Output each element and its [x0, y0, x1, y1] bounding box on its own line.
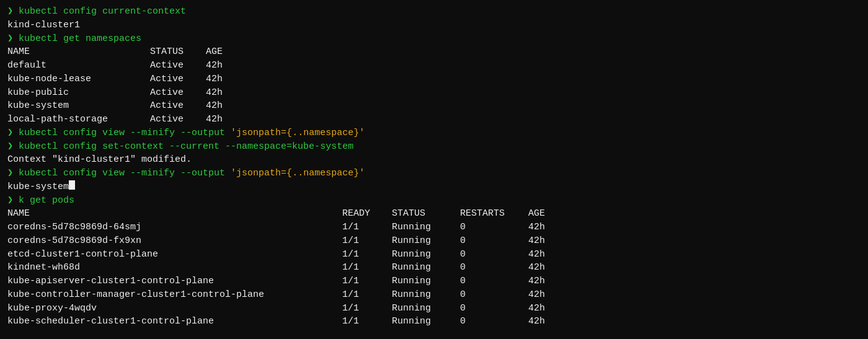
command-text: k get pods — [19, 194, 74, 208]
terminal-line: coredns-5d78c9869d-64smj1/1Running042h — [7, 221, 861, 234]
pod-age: 42h — [528, 221, 545, 234]
pod-name: kube-proxy-4wqdv — [7, 302, 342, 315]
pod-ready: 1/1 — [342, 288, 392, 302]
ns-name: kube-system — [7, 99, 150, 113]
pod-name: coredns-5d78c9869d-64smj — [7, 221, 342, 234]
command-text: kubectl config current-context — [19, 5, 186, 19]
pod-status: Running — [392, 302, 460, 315]
pod-col-age: AGE — [528, 207, 545, 221]
prompt-symbol: ❯ — [7, 5, 19, 19]
command-text: 'jsonpath={..namespace}' — [231, 126, 365, 140]
terminal-line: kube-controller-manager-cluster1-control… — [7, 288, 861, 302]
pod-restarts: 0 — [460, 315, 528, 328]
terminal-line: NAMESTATUSAGE — [7, 45, 861, 59]
prompt-symbol: ❯ — [7, 167, 19, 180]
pod-age: 42h — [528, 248, 545, 262]
ns-status: Active — [150, 73, 206, 86]
output-text: kind-cluster1 — [7, 19, 80, 32]
ns-age: 42h — [206, 99, 243, 113]
prompt-symbol: ❯ — [7, 140, 19, 154]
pod-restarts: 0 — [460, 261, 528, 275]
terminal-line: ❯ kubectl get namespaces — [7, 32, 861, 46]
terminal-line: kube-node-leaseActive42h — [7, 73, 861, 86]
pod-name: kube-apiserver-cluster1-control-plane — [7, 275, 342, 288]
pod-age: 42h — [528, 315, 545, 328]
prompt-symbol: ❯ — [7, 32, 19, 46]
terminal-line: kube-systemActive42h — [7, 99, 861, 113]
pod-col-ready: READY — [342, 207, 392, 221]
ns-name: default — [7, 59, 150, 73]
pod-age: 42h — [528, 261, 545, 275]
pod-name: kindnet-wh68d — [7, 261, 342, 275]
terminal-line: local-path-storageActive42h — [7, 113, 861, 126]
pod-ready: 1/1 — [342, 221, 392, 234]
ns-status: Active — [150, 86, 206, 100]
terminal-line: kube-proxy-4wqdv1/1Running042h — [7, 302, 861, 315]
command-text: kubectl config set-context --current --n… — [19, 140, 353, 154]
terminal-line: kube-publicActive42h — [7, 86, 861, 100]
pod-restarts: 0 — [460, 221, 528, 234]
prompt-symbol: ❯ — [7, 194, 19, 208]
pod-name: coredns-5d78c9869d-fx9xn — [7, 234, 342, 248]
terminal-line: ❯ k get pods — [7, 194, 861, 208]
pod-restarts: 0 — [460, 234, 528, 248]
ns-age: 42h — [206, 86, 243, 100]
pod-status: Running — [392, 261, 460, 275]
ns-name: kube-public — [7, 86, 150, 100]
command-text: 'jsonpath={..namespace}' — [231, 167, 365, 180]
pod-col-restarts: RESTARTS — [460, 207, 528, 221]
terminal-line: etcd-cluster1-control-plane1/1Running042… — [7, 248, 861, 262]
command-text: kubectl config view --minify --output — [19, 126, 231, 140]
terminal-line: kube-system — [7, 180, 861, 194]
pod-age: 42h — [528, 288, 545, 302]
pod-ready: 1/1 — [342, 275, 392, 288]
pod-col-name: NAME — [7, 207, 342, 221]
output-text: kube-system — [7, 180, 69, 194]
prompt-symbol: ❯ — [7, 126, 19, 140]
terminal-line: defaultActive42h — [7, 59, 861, 73]
terminal-line: ❯ kubectl config current-context — [7, 5, 861, 19]
terminal-line: kube-apiserver-cluster1-control-plane1/1… — [7, 275, 861, 288]
pod-restarts: 0 — [460, 275, 528, 288]
pod-status: Running — [392, 315, 460, 328]
ns-name: kube-node-lease — [7, 73, 150, 86]
ns-status: Active — [150, 59, 206, 73]
pod-restarts: 0 — [460, 248, 528, 262]
terminal-line: ❯ kubectl config view --minify --output … — [7, 126, 861, 140]
pod-restarts: 0 — [460, 302, 528, 315]
pod-ready: 1/1 — [342, 315, 392, 328]
cursor — [69, 180, 75, 190]
command-text: kubectl get namespaces — [19, 32, 141, 46]
command-text: kubectl config view --minify --output — [19, 167, 231, 180]
terminal: ❯ kubectl config current-contextkind-clu… — [7, 5, 861, 328]
pod-name: kube-scheduler-cluster1-control-plane — [7, 315, 342, 328]
ns-age: 42h — [206, 59, 243, 73]
pod-status: Running — [392, 275, 460, 288]
pod-name: kube-controller-manager-cluster1-control… — [7, 288, 342, 302]
terminal-line: kindnet-wh68d1/1Running042h — [7, 261, 861, 275]
terminal-line: Context "kind-cluster1" modified. — [7, 153, 861, 167]
terminal-line: coredns-5d78c9869d-fx9xn1/1Running042h — [7, 234, 861, 248]
terminal-line: kube-scheduler-cluster1-control-plane1/1… — [7, 315, 861, 328]
ns-status: Active — [150, 113, 206, 126]
pod-status: Running — [392, 288, 460, 302]
ns-status: Active — [150, 99, 206, 113]
pod-col-status: STATUS — [392, 207, 460, 221]
terminal-line: ❯ kubectl config view --minify --output … — [7, 167, 861, 180]
pod-ready: 1/1 — [342, 234, 392, 248]
ns-age: 42h — [206, 73, 243, 86]
pod-age: 42h — [528, 234, 545, 248]
pod-ready: 1/1 — [342, 261, 392, 275]
pod-ready: 1/1 — [342, 302, 392, 315]
pod-restarts: 0 — [460, 288, 528, 302]
terminal-line: NAMEREADYSTATUSRESTARTSAGE — [7, 207, 861, 221]
pod-status: Running — [392, 221, 460, 234]
terminal-line: ❯ kubectl config set-context --current -… — [7, 140, 861, 154]
pod-age: 42h — [528, 302, 545, 315]
terminal-line: kind-cluster1 — [7, 19, 861, 32]
ns-name: local-path-storage — [7, 113, 150, 126]
pod-status: Running — [392, 248, 460, 262]
ns-age: 42h — [206, 113, 243, 126]
pod-name: etcd-cluster1-control-plane — [7, 248, 342, 262]
output-text: Context "kind-cluster1" modified. — [7, 153, 192, 167]
